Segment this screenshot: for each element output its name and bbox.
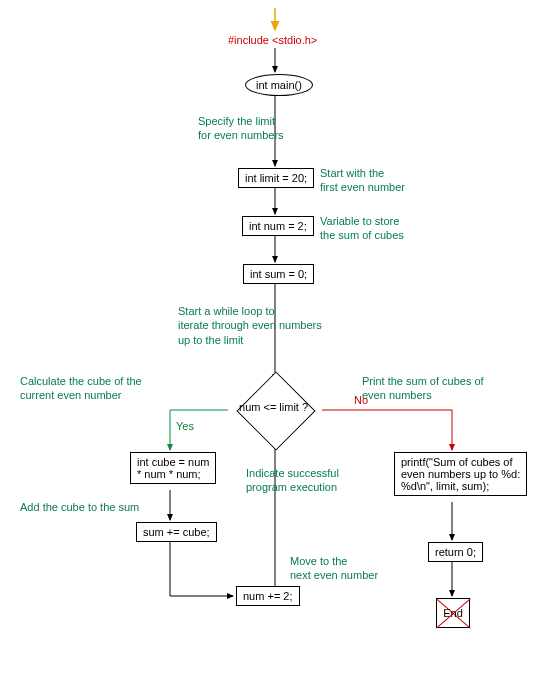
printf-node: printf("Sum of cubes of even numbers up … (394, 452, 527, 496)
no-label: No (354, 394, 368, 406)
ann-limit: Specify the limit for even numbers (198, 114, 284, 143)
ann-cube: Calculate the cube of the current even n… (20, 374, 142, 403)
sumadd-node: sum += cube; (136, 522, 217, 542)
main-node: int main() (245, 74, 313, 96)
numinc-node: num += 2; (236, 586, 300, 606)
cube-node: int cube = num * num * num; (130, 452, 216, 484)
num-decl-node: int num = 2; (242, 216, 314, 236)
ann-first: Start with the first even number (320, 166, 405, 195)
end-node: End (436, 598, 470, 628)
ann-add: Add the cube to the sum (20, 500, 139, 514)
ann-print: Print the sum of cubes of even numbers (362, 374, 484, 403)
ann-exec: Indicate successful program execution (246, 466, 339, 495)
condition-node: num <= limit ? (236, 371, 315, 450)
ann-var: Variable to store the sum of cubes (320, 214, 404, 243)
yes-label: Yes (176, 420, 194, 432)
return-node: return 0; (428, 542, 483, 562)
ann-loop: Start a while loop to iterate through ev… (178, 304, 322, 347)
limit-decl-node: int limit = 20; (238, 168, 314, 188)
ann-next: Move to the next even number (290, 554, 378, 583)
sum-decl-node: int sum = 0; (243, 264, 314, 284)
include-directive: #include <stdio.h> (228, 34, 317, 46)
